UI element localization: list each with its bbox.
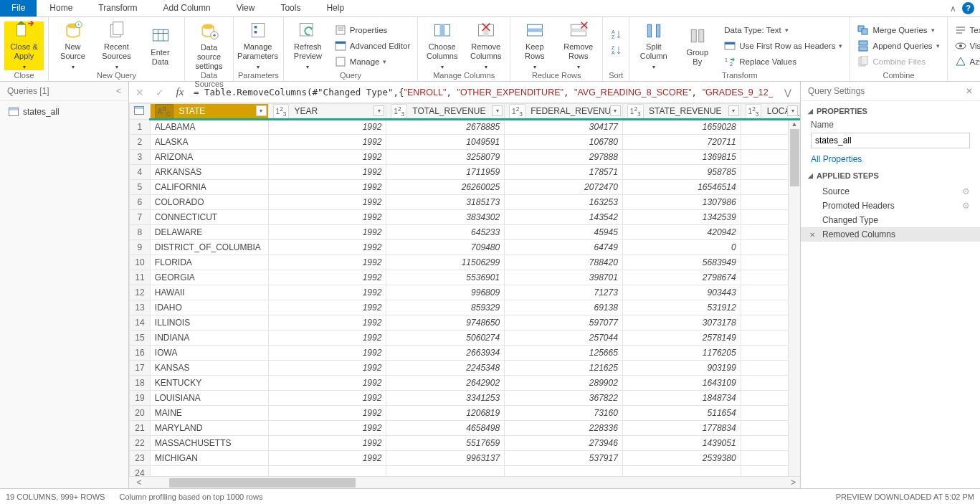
grid-cell[interactable]: 1176205: [622, 346, 741, 361]
filter-icon[interactable]: ▾: [492, 105, 503, 116]
row-number[interactable]: 24: [130, 466, 151, 476]
grid-cell[interactable]: 1992: [268, 165, 386, 180]
row-number[interactable]: 2: [130, 135, 151, 150]
grid-cell[interactable]: IDAHO: [150, 300, 268, 315]
formula-expand-icon[interactable]: ⋁: [780, 87, 796, 98]
row-number[interactable]: 3: [130, 150, 151, 165]
grid-cell[interactable]: MICHIGAN: [150, 451, 268, 466]
grid-cell[interactable]: MARYLAND: [150, 421, 268, 436]
applied-step[interactable]: Promoted Headers⚙: [801, 199, 980, 213]
query-item[interactable]: states_all: [0, 104, 128, 120]
row-number[interactable]: 8: [130, 225, 151, 240]
all-properties-link[interactable]: All Properties: [801, 153, 980, 166]
grid-cell[interactable]: 2642902: [386, 376, 505, 391]
new-source-button[interactable]: +New Source▾: [53, 22, 92, 70]
grid-cell[interactable]: 645233: [386, 225, 505, 240]
grid-cell[interactable]: 3258079: [386, 150, 505, 165]
applied-step[interactable]: Removed Columns: [801, 227, 980, 242]
applied-step[interactable]: Changed Type: [801, 213, 980, 227]
formula-input[interactable]: = Table.RemoveColumns(#"Changed Type",{"…: [194, 87, 773, 98]
grid-cell[interactable]: KANSAS: [150, 361, 268, 376]
data-source-settings-button[interactable]: Data source settings: [189, 22, 229, 70]
grid-cell[interactable]: [150, 466, 268, 476]
applied-step[interactable]: Source⚙: [801, 184, 980, 199]
tab-view[interactable]: View: [224, 0, 268, 16]
grid-cell[interactable]: ALABAMA: [150, 120, 268, 135]
grid-cell[interactable]: 69138: [505, 300, 623, 315]
grid-cell[interactable]: 1992: [268, 195, 386, 210]
grid-cell[interactable]: 996809: [386, 285, 505, 300]
grid-cell[interactable]: 1992: [268, 210, 386, 225]
grid-cell[interactable]: 1992: [268, 361, 386, 376]
grid-cell[interactable]: 1342539: [622, 210, 741, 225]
grid-cell[interactable]: [386, 466, 505, 476]
grid-cell[interactable]: 511654: [622, 406, 741, 421]
grid-cell[interactable]: GEORGIA: [150, 270, 268, 285]
properties-button[interactable]: Properties: [332, 23, 413, 37]
grid-cell[interactable]: 1992: [268, 391, 386, 406]
grid-cell[interactable]: 958785: [622, 165, 741, 180]
enter-data-button[interactable]: Enter Data: [141, 22, 180, 70]
grid-cell[interactable]: 1992: [268, 240, 386, 255]
grid-cell[interactable]: 9748650: [386, 315, 505, 331]
filter-icon[interactable]: ▾: [787, 105, 798, 116]
keep-rows-button[interactable]: Keep Rows▾: [515, 22, 554, 70]
grid-cell[interactable]: 3185173: [386, 195, 505, 210]
grid-cell[interactable]: ARKANSAS: [150, 165, 268, 180]
grid-cell[interactable]: DISTRICT_OF_COLUMBIA: [150, 240, 268, 255]
grid-cell[interactable]: 228336: [505, 421, 623, 436]
remove-columns-button[interactable]: Remove Columns▾: [466, 22, 505, 70]
grid-corner[interactable]: [130, 104, 151, 120]
grid-cell[interactable]: [622, 466, 741, 476]
grid-cell[interactable]: 2678885: [386, 120, 505, 135]
grid-cell[interactable]: 1992: [268, 255, 386, 270]
grid-cell[interactable]: 11506299: [386, 255, 505, 270]
grid-cell[interactable]: DELAWARE: [150, 225, 268, 240]
grid-cell[interactable]: 1992: [268, 376, 386, 391]
grid-cell[interactable]: 420942: [622, 225, 741, 240]
grid-cell[interactable]: 709480: [386, 240, 505, 255]
grid-cell[interactable]: CALIFORNIA: [150, 180, 268, 195]
column-header[interactable]: 123 TOTAL_REVENUE▾: [386, 104, 505, 120]
column-header[interactable]: 123 STATE_REVENUE▾: [622, 104, 741, 120]
grid-cell[interactable]: ARIZONA: [150, 150, 268, 165]
close-settings-icon[interactable]: ✕: [966, 86, 973, 96]
grid-cell[interactable]: 297888: [505, 150, 623, 165]
grid-cell[interactable]: LOUISIANA: [150, 391, 268, 406]
replace-values-button[interactable]: 12Replace Values: [721, 54, 845, 69]
grid-cell[interactable]: 2798674: [622, 270, 741, 285]
grid-cell[interactable]: 257044: [505, 331, 623, 346]
grid-cell[interactable]: FLORIDA: [150, 255, 268, 270]
grid-cell[interactable]: 16546514: [622, 180, 741, 195]
grid-cell[interactable]: 64749: [505, 240, 623, 255]
grid-cell[interactable]: 71273: [505, 285, 623, 300]
grid-cell[interactable]: CONNECTICUT: [150, 210, 268, 225]
commit-formula-icon[interactable]: ✓: [153, 87, 166, 98]
tab-tools[interactable]: Tools: [267, 0, 313, 16]
row-number[interactable]: 4: [130, 165, 151, 180]
row-number[interactable]: 7: [130, 210, 151, 225]
grid-cell[interactable]: 73160: [505, 406, 623, 421]
column-header[interactable]: ABC STATE▾: [150, 104, 268, 120]
grid-cell[interactable]: 720711: [622, 135, 741, 150]
row-number[interactable]: 17: [130, 361, 151, 376]
grid-cell[interactable]: 273946: [505, 436, 623, 451]
grid-cell[interactable]: 2539380: [622, 451, 741, 466]
grid-cell[interactable]: 1992: [268, 436, 386, 451]
grid-cell[interactable]: 45945: [505, 225, 623, 240]
grid-cell[interactable]: 0: [622, 240, 741, 255]
row-number[interactable]: 15: [130, 331, 151, 346]
grid-cell[interactable]: 178571: [505, 165, 623, 180]
collapse-ribbon-icon[interactable]: ∧: [950, 4, 956, 14]
grid-cell[interactable]: 2578149: [622, 331, 741, 346]
grid-cell[interactable]: 903199: [622, 361, 741, 376]
row-number[interactable]: 14: [130, 315, 151, 331]
row-number[interactable]: 19: [130, 391, 151, 406]
grid-cell[interactable]: 3341253: [386, 391, 505, 406]
vision-button[interactable]: Vision: [952, 39, 980, 53]
gear-icon[interactable]: ⚙: [962, 201, 970, 211]
properties-section-header[interactable]: PROPERTIES: [801, 101, 980, 118]
grid-cell[interactable]: 1711959: [386, 165, 505, 180]
grid-cell[interactable]: INDIANA: [150, 331, 268, 346]
column-header[interactable]: 123 LOCAL_REV▾: [741, 104, 799, 120]
